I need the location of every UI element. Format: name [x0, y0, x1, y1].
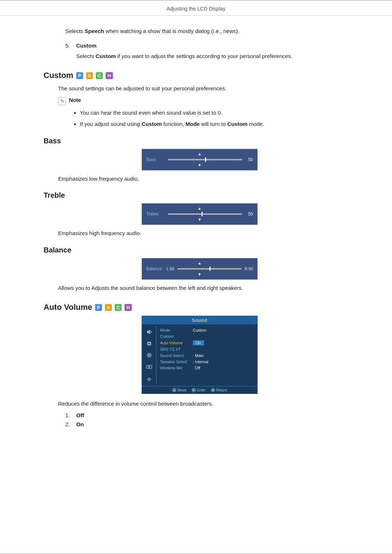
custom-heading-text: Custom: [44, 71, 73, 80]
auto-volume-description: Reduces the difference in volume control…: [44, 399, 356, 409]
sound-menu-rows: Mode Custom Custom Auto Volume On: [156, 327, 257, 384]
custom-bullets: You can hear the sound even when sound v…: [58, 108, 356, 129]
custom-section-heading: Custom P A C H: [44, 71, 356, 80]
page-container: Adjusting the LCD Display Selects Speech…: [0, 0, 392, 554]
intro-speech: Selects Speech when watching a show that…: [44, 26, 356, 36]
treble-slider-row: Treble 50: [146, 212, 253, 217]
speech-bold: Speech: [85, 28, 104, 34]
svg-marker-0: [147, 329, 150, 335]
av-badge-h: H: [124, 304, 131, 311]
balance-right-value: R 50: [243, 267, 253, 271]
balance-heading: Balance: [44, 246, 356, 254]
custom-description: The sound settings can be adjusted to su…: [44, 84, 356, 93]
menu-row-sound-select: Sound Select : Main: [160, 353, 254, 358]
svg-point-4: [148, 354, 150, 356]
menu-row-auto-volume: Auto Volume On: [160, 340, 254, 345]
sound-menu-footer: ⬥ Move ↵ Enter ↩ Return: [142, 386, 257, 394]
item5-label: Custom: [76, 42, 97, 49]
bullet-2: If you adjust sound using Custom functio…: [80, 119, 356, 129]
item5-body: Selects Custom if you want to adjust the…: [44, 52, 356, 61]
svg-rect-3: [148, 344, 150, 345]
numbered-item-5: 5. Custom: [44, 42, 356, 49]
footer-move-label: Move: [177, 388, 186, 392]
balance-track: [177, 268, 241, 270]
bass-slider-row: Bass 50: [146, 157, 253, 162]
footer-enter-label: Enter: [197, 388, 206, 392]
note-label: Note: [69, 97, 81, 103]
move-icon: ⬥: [172, 388, 176, 392]
badge-p: P: [76, 72, 83, 79]
menu-label-auto-volume: Auto Volume: [160, 341, 193, 345]
menu-label-speaker-select: Speaker Select: [160, 360, 193, 364]
menu-row-srs: SRS TS XT: [160, 347, 254, 352]
footer-return: ↩ Return: [211, 388, 227, 392]
main-content: Selects Speech when watching a show that…: [0, 16, 392, 553]
menu-label-mode: Mode: [160, 328, 193, 332]
svg-rect-2: [148, 343, 150, 344]
treble-slider-widget: ▲ Treble 50 ▼: [142, 203, 258, 225]
av-item-1: 1. Off: [44, 412, 356, 418]
balance-up-arrow: ▲: [198, 261, 202, 265]
menu-row-speaker-select: Speaker Select : Internal: [160, 360, 254, 364]
bass-value: 50: [245, 157, 253, 162]
av-item1-label: Off: [76, 412, 84, 418]
menu-label-sound-select: Sound Select: [160, 353, 193, 358]
balance-row: Balance L 50 R 50: [146, 266, 253, 271]
av-item2-label: On: [76, 421, 84, 427]
balance-description: Allows you to Adjusts the sound balance …: [44, 283, 356, 293]
treble-heading: Treble: [44, 191, 356, 200]
menu-row-mode: Mode Custom: [160, 328, 254, 332]
badge-c: C: [96, 72, 103, 79]
bass-thumb: [205, 157, 206, 162]
menu-label-wireless-mic: Wireless Mic: [160, 366, 193, 370]
av-badge-p: P: [95, 304, 102, 311]
treble-track: [168, 213, 242, 215]
badge-a: A: [86, 72, 93, 79]
header-title: Adjusting the LCD Display: [167, 6, 226, 12]
item5-custom-bold: Custom: [95, 53, 116, 59]
page-header: Adjusting the LCD Display: [0, 1, 392, 16]
av-item-2: 2. On: [44, 421, 356, 427]
wireless-icon: [145, 374, 153, 382]
menu-row-custom: Custom: [160, 334, 254, 338]
av-item1-num: 1.: [65, 412, 76, 418]
auto-volume-heading: Auto Volume P A C H: [44, 303, 356, 312]
enter-icon: ↵: [192, 388, 196, 392]
svg-point-5: [147, 353, 151, 357]
treble-down-arrow: ▼: [198, 218, 202, 222]
balance-label: Balance: [146, 266, 165, 271]
bass-slider-widget: ▲ Bass 50 ▼: [142, 149, 258, 171]
bass-track: [168, 159, 242, 160]
menu-value-wireless-mic: : Off: [193, 366, 200, 370]
av-badge-a: A: [105, 304, 112, 311]
item5-num: 5.: [65, 42, 76, 49]
setup-icon: [145, 363, 153, 371]
svg-point-7: [148, 366, 150, 368]
menu-value-mode: Custom: [193, 328, 207, 332]
av-badge-c: C: [115, 304, 122, 311]
treble-value: 50: [245, 212, 253, 217]
badge-h: H: [106, 72, 113, 79]
footer-return-label: Return: [216, 388, 227, 392]
menu-value-speaker-select: : Internal: [193, 360, 208, 364]
bass-slider-label: Bass: [146, 157, 165, 162]
note-box: ✎ Note: [58, 97, 356, 105]
menu-row-wireless-mic: Wireless Mic : Off: [160, 366, 254, 370]
sound-menu-header: Sound: [142, 316, 257, 324]
sound-menu-body: Mode Custom Custom Auto Volume On: [142, 324, 257, 386]
footer-move: ⬥ Move: [172, 388, 186, 392]
speaker-icon: [145, 328, 153, 336]
menu-value-sound-select: : Main: [193, 353, 204, 358]
music-icon: [145, 340, 153, 348]
balance-slider-widget: ▲ Balance L 50 R 50 ▼: [142, 258, 258, 280]
treble-description: Emphasizes high frequency audio.: [44, 229, 356, 238]
auto-volume-heading-text: Auto Volume: [44, 303, 92, 312]
treble-slider-label: Treble: [146, 212, 165, 217]
balance-left-value: L 50: [167, 267, 176, 271]
gear-icon: [145, 351, 153, 359]
sound-menu: Sound: [142, 316, 258, 394]
note-icon: ✎: [58, 97, 66, 105]
menu-value-auto-volume: On: [193, 340, 204, 345]
svg-rect-1: [147, 342, 151, 345]
bass-up-arrow: ▲: [198, 152, 202, 156]
